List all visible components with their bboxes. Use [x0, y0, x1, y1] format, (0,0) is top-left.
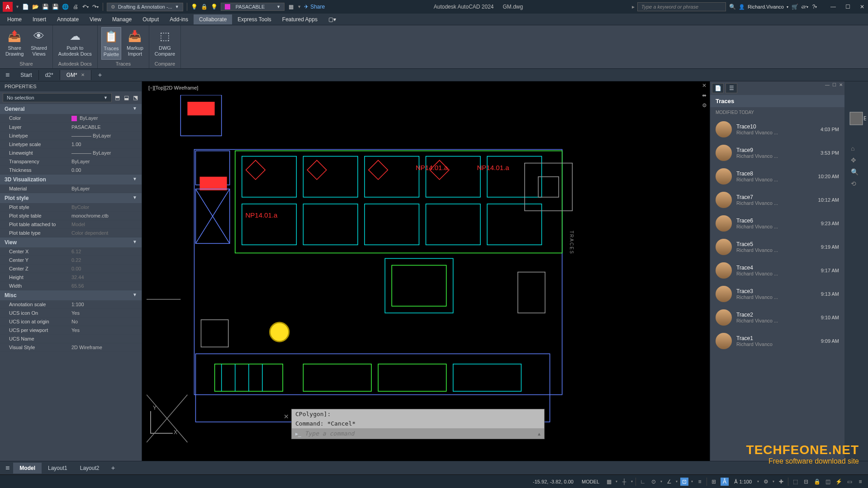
- minimize-button[interactable]: —: [830, 4, 836, 10]
- add-layout-button[interactable]: ＋: [105, 462, 121, 474]
- plot-icon[interactable]: 🖨: [72, 3, 79, 10]
- lock-icon[interactable]: 🔒: [201, 3, 208, 10]
- bulb2-icon[interactable]: 💡: [211, 3, 218, 10]
- prop-row[interactable]: UCS icon OnYes: [0, 309, 142, 317]
- units-toggle-icon[interactable]: ⬚: [791, 478, 799, 486]
- prop-group-3d-visualization[interactable]: 3D Visualization▼: [0, 175, 142, 185]
- maximize-button[interactable]: ☐: [844, 4, 851, 10]
- viewcube[interactable]: E: [846, 109, 866, 128]
- layout-tab-model[interactable]: Model: [13, 463, 42, 474]
- prop-row[interactable]: UCS per viewportYes: [0, 326, 142, 335]
- ribbon-markup-import[interactable]: 📥MarkupImport: [125, 27, 145, 59]
- traces-tab-doc-icon[interactable]: 📄: [712, 83, 724, 93]
- prop-row[interactable]: LayerPASACABLE: [0, 123, 142, 132]
- lwt-toggle-icon[interactable]: ≡: [696, 478, 704, 486]
- selection-dropdown[interactable]: No selection ▼: [3, 93, 112, 102]
- menu-express-tools[interactable]: Express Tools: [232, 14, 276, 24]
- grid-toggle-icon[interactable]: ▦: [605, 478, 613, 486]
- ws-toggle-icon[interactable]: ⚙: [762, 478, 770, 486]
- polar-toggle-icon[interactable]: ⊙: [650, 478, 658, 486]
- trace-item[interactable]: Trace7Richard Vivanco ...10:12 AM: [710, 188, 844, 212]
- prop-group-misc[interactable]: Misc▼: [0, 290, 142, 300]
- iso2-toggle-icon[interactable]: ◫: [824, 478, 832, 486]
- nav-home-icon[interactable]: ⌂: [851, 145, 859, 152]
- trace-item[interactable]: Trace4Richard Vivanco ...9:17 AM: [710, 259, 844, 282]
- cmdline-arrow-icon[interactable]: ▸_: [295, 431, 301, 437]
- prop-group-view[interactable]: View▼: [0, 237, 142, 247]
- user-menu[interactable]: 👤 Richard.Vivanco ▾: [739, 4, 788, 10]
- trace-item[interactable]: Trace1Richard Vivanco9:09 AM: [710, 329, 844, 353]
- qp-toggle-icon[interactable]: ⊟: [802, 478, 810, 486]
- prop-row[interactable]: Lineweight———— ByLayer: [0, 149, 142, 157]
- redo-icon[interactable]: ↷▾: [92, 3, 99, 10]
- lock-toggle-icon[interactable]: 🔒: [813, 478, 821, 486]
- select-icon[interactable]: ⬔: [132, 94, 139, 101]
- ortho-toggle-icon[interactable]: ∟: [639, 478, 647, 486]
- prop-row[interactable]: Plot styleByColor: [0, 203, 142, 212]
- panel-gear-icon[interactable]: ⚙: [702, 102, 707, 109]
- trace-item[interactable]: Trace3Richard Vivanco ...9:13 AM: [710, 282, 844, 306]
- filetab-d2[interactable]: d2*: [39, 70, 60, 80]
- saveas-icon[interactable]: 💾: [52, 3, 59, 10]
- panel-max-icon[interactable]: ☐: [832, 82, 836, 87]
- ribbon-share-drawing[interactable]: 📤ShareDrawing: [4, 27, 25, 59]
- viewport-label[interactable]: [−][Top][2D Wireframe]: [148, 85, 198, 90]
- prop-row[interactable]: Center Z0.00: [0, 265, 142, 273]
- prop-row[interactable]: Plot table typeColor dependent: [0, 229, 142, 237]
- help-icon[interactable]: ?▾: [811, 3, 818, 10]
- traces-tab-list-icon[interactable]: ☰: [726, 83, 737, 93]
- ribbon-push-to-autodesk-docs[interactable]: ☁Push toAutodesk Docs: [57, 27, 94, 59]
- nav-orbit-icon[interactable]: ⟲: [851, 180, 859, 187]
- trace-item[interactable]: Trace5Richard Vivanco ...9:19 AM: [710, 235, 844, 259]
- search-prev-icon[interactable]: ▸: [632, 4, 635, 10]
- workspace-dropdown[interactable]: ⚙ Drafting & Annotation -... ▼: [107, 3, 183, 11]
- nav-zoom-icon[interactable]: 🔍: [851, 168, 859, 175]
- qselect-icon[interactable]: ⬓: [123, 94, 130, 101]
- new-icon[interactable]: 📄: [22, 3, 29, 10]
- prop-row[interactable]: TransparencyByLayer: [0, 157, 142, 166]
- panel-pin-icon[interactable]: ⬌: [702, 92, 707, 99]
- filetab-Start[interactable]: Start: [14, 70, 38, 80]
- prop-row[interactable]: UCS icon at originNo: [0, 317, 142, 326]
- scale-button[interactable]: Å1:100: [731, 478, 754, 485]
- panel-min-icon[interactable]: —: [825, 82, 830, 87]
- save-icon[interactable]: 💾: [42, 3, 49, 10]
- osnap-toggle-icon[interactable]: ⊡: [680, 478, 688, 486]
- prop-row[interactable]: Thickness0.00: [0, 166, 142, 175]
- menu-insert[interactable]: Insert: [27, 14, 52, 24]
- app-logo[interactable]: A: [3, 2, 13, 12]
- space-button[interactable]: MODEL: [579, 478, 602, 485]
- annmon-toggle-icon[interactable]: ✚: [777, 478, 785, 486]
- menu-more-icon[interactable]: ▢▾: [323, 14, 342, 24]
- prop-row[interactable]: Visual Style2D Wireframe: [0, 343, 142, 352]
- prop-row[interactable]: Center Y0.22: [0, 256, 142, 265]
- cmdline-close-icon[interactable]: ✕: [284, 413, 289, 420]
- prop-row[interactable]: Plot table attached toModel: [0, 220, 142, 229]
- cart-icon[interactable]: 🛒: [791, 3, 798, 10]
- search-icon[interactable]: 🔍: [729, 3, 736, 10]
- pim-icon[interactable]: ⬒: [114, 94, 121, 101]
- panel-close-icon[interactable]: ✕: [702, 82, 707, 89]
- layout-tab-layout2[interactable]: Layout2: [74, 463, 106, 474]
- add-tab-button[interactable]: ＋: [92, 69, 108, 81]
- open-icon[interactable]: 📂: [32, 3, 39, 10]
- trace-item[interactable]: Trace9Richard Vivanco ...3:53 PM: [710, 141, 844, 165]
- trace-item[interactable]: Trace8Richard Vivanco ...10:20 AM: [710, 165, 844, 188]
- cleanscr-toggle-icon[interactable]: ▭: [845, 478, 854, 486]
- prop-row[interactable]: MaterialByLayer: [0, 185, 142, 193]
- snap-toggle-icon[interactable]: ┼: [620, 478, 628, 486]
- prop-row[interactable]: Plot style tablemonochrome.ctb: [0, 212, 142, 220]
- prop-row[interactable]: UCS Name: [0, 335, 142, 343]
- anno-toggle-icon[interactable]: Å: [721, 478, 729, 486]
- tpy-toggle-icon[interactable]: ⊞: [710, 478, 718, 486]
- close-button[interactable]: ✕: [859, 4, 865, 10]
- ribbon-traces-palette[interactable]: 📋TracesPalette: [101, 27, 121, 60]
- close-icon[interactable]: ✕: [81, 72, 85, 77]
- menu-add-ins[interactable]: Add-ins: [164, 14, 194, 24]
- menu-collaborate[interactable]: Collaborate: [194, 14, 232, 24]
- prop-row[interactable]: Height32.44: [0, 273, 142, 282]
- filetab-menu-icon[interactable]: ≡: [2, 69, 13, 81]
- trace-item[interactable]: Trace6Richard Vivanco ...9:23 AM: [710, 212, 844, 235]
- custom-toggle-icon[interactable]: ≡: [856, 478, 864, 486]
- ribbon-shared-views[interactable]: 👁SharedViews: [29, 27, 48, 59]
